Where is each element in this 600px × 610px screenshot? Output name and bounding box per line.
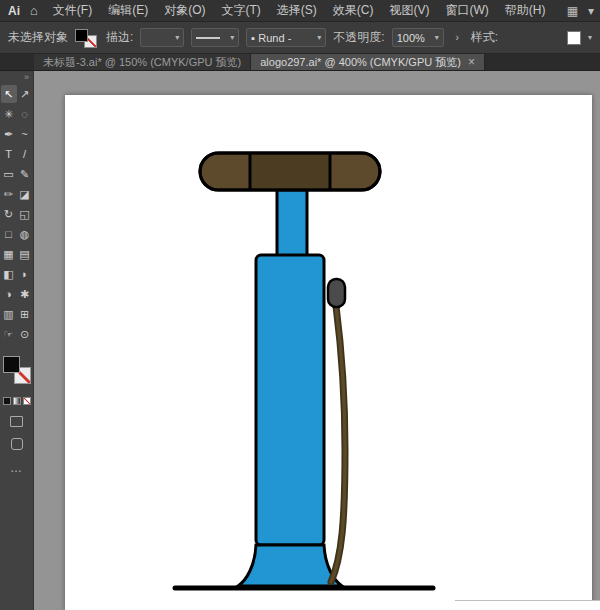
menu-items: 文件(F)编辑(E)对象(O)文字(T)选择(S)效果(C)视图(V)窗口(W)…: [46, 0, 553, 21]
line-segment-tool[interactable]: /: [17, 145, 33, 163]
stroke-label: 描边:: [106, 29, 133, 46]
illustrator-window: Ai ⌂ 文件(F)编辑(E)对象(O)文字(T)选择(S)效果(C)视图(V)…: [0, 0, 600, 610]
app-logo-icon[interactable]: Ai: [6, 4, 22, 18]
brush-value: Rund -: [258, 32, 291, 44]
stroke-weight-select[interactable]: ▾: [140, 28, 184, 47]
pump-illustration[interactable]: [65, 95, 592, 610]
rectangle-tool[interactable]: ▭: [1, 165, 17, 183]
stroke-profile-select[interactable]: ▾: [191, 28, 239, 47]
menu-effect[interactable]: 效果(C): [326, 0, 381, 21]
mesh-tool[interactable]: ▤: [17, 245, 33, 263]
artboard[interactable]: [65, 95, 592, 610]
tab-close-icon[interactable]: ×: [468, 56, 475, 68]
document-tab-2[interactable]: alogo297.ai* @ 400% (CMYK/GPU 预览)×: [251, 54, 485, 70]
menu-file[interactable]: 文件(F): [46, 0, 99, 21]
curvature-tool[interactable]: ~: [17, 125, 33, 143]
menubar-chevron-icon[interactable]: ▾: [588, 4, 594, 18]
perspective-grid-tool[interactable]: ▦: [1, 245, 17, 263]
pump-nozzle[interactable]: [328, 279, 345, 307]
screen-mode-button[interactable]: [11, 438, 23, 450]
chevron-down-icon: ▾: [317, 33, 321, 42]
document-tab-bar: 未标题-3.ai* @ 150% (CMYK/GPU 预览)alogo297.a…: [0, 54, 600, 71]
direct-selection-tool[interactable]: ↗: [17, 85, 33, 103]
eraser-tool[interactable]: ◪: [17, 185, 33, 203]
stroke-profile-preview: [196, 37, 220, 39]
shape-builder-tool[interactable]: ◍: [17, 225, 33, 243]
drawing-mode-button[interactable]: [10, 416, 23, 427]
home-icon[interactable]: ⌂: [30, 3, 38, 18]
opacity-label: 不透明度:: [333, 29, 384, 46]
menu-type[interactable]: 文字(T): [215, 0, 268, 21]
tab-label: 未标题-3.ai* @ 150% (CMYK/GPU 预览): [43, 55, 241, 70]
pen-tool[interactable]: ✒: [1, 125, 17, 143]
type-tool[interactable]: T: [1, 145, 17, 163]
document-tab-1[interactable]: 未标题-3.ai* @ 150% (CMYK/GPU 预览): [34, 54, 251, 70]
chevron-down-icon: ▾: [175, 33, 179, 42]
lasso-tool[interactable]: ◌: [17, 105, 33, 123]
symbol-sprayer-tool[interactable]: ✱: [17, 285, 33, 303]
menu-object[interactable]: 对象(O): [157, 0, 212, 21]
fill-stroke-control[interactable]: [2, 356, 32, 388]
opacity-value: 100%: [397, 32, 425, 44]
fill-stroke-indicator[interactable]: [75, 27, 99, 49]
artboard-tool[interactable]: ⊞: [17, 305, 33, 323]
lower-artboard-edge: [455, 600, 600, 610]
menu-view[interactable]: 视图(V): [383, 0, 437, 21]
chevron-down-icon: ▾: [588, 33, 592, 42]
free-transform-tool[interactable]: □: [1, 225, 17, 243]
blend-tool[interactable]: ◑: [1, 285, 17, 303]
menu-help[interactable]: 帮助(H): [498, 0, 553, 21]
opacity-panel-arrow[interactable]: ›: [451, 28, 464, 47]
color-mode-buttons: [3, 397, 31, 405]
zoom-tool[interactable]: ⊙: [17, 325, 33, 343]
pencil-tool[interactable]: ✏: [1, 185, 17, 203]
fill-swatch[interactable]: [75, 29, 88, 42]
edit-toolbar-icon[interactable]: …: [10, 461, 23, 475]
column-graph-tool[interactable]: ▥: [1, 305, 17, 323]
color-button[interactable]: [3, 397, 11, 405]
brush-select[interactable]: ▪ Rund - ▾: [246, 28, 326, 47]
pump-neck[interactable]: [277, 187, 307, 259]
tab-label: alogo297.ai* @ 400% (CMYK/GPU 预览): [260, 55, 461, 70]
style-label: 样式:: [471, 29, 498, 46]
eyedropper-tool[interactable]: ◗: [17, 265, 33, 283]
pump-base[interactable]: [238, 545, 342, 586]
tools-panel: » ↖↗✳◌✒~T/▭✎✏◪↻◱□◍▦▤◧◗◑✱▥⊞☞⊙ …: [0, 71, 34, 610]
none-button[interactable]: [23, 397, 31, 405]
chevron-down-icon: ▾: [230, 33, 234, 42]
menu-bar: Ai ⌂ 文件(F)编辑(E)对象(O)文字(T)选择(S)效果(C)视图(V)…: [0, 0, 600, 22]
magic-wand-tool[interactable]: ✳: [1, 105, 17, 123]
gradient-button[interactable]: [13, 397, 21, 405]
canvas-area[interactable]: [34, 71, 600, 610]
opacity-select[interactable]: 100% ▾: [392, 28, 444, 47]
chevron-down-icon: ▾: [435, 33, 439, 42]
rotate-tool[interactable]: ↻: [1, 205, 17, 223]
workspace-switcher-icon[interactable]: ▦: [567, 4, 578, 18]
pump-handle-grip[interactable]: [250, 155, 330, 188]
hand-tool[interactable]: ☞: [1, 325, 17, 343]
selection-tool[interactable]: ↖: [1, 85, 17, 103]
fill-color-swatch[interactable]: [3, 356, 20, 373]
paintbrush-tool[interactable]: ✎: [17, 165, 33, 183]
pump-body[interactable]: [256, 255, 324, 545]
scale-tool[interactable]: ◱: [17, 205, 33, 223]
style-swatch[interactable]: [567, 31, 581, 45]
menu-window[interactable]: 窗口(W): [439, 0, 496, 21]
brush-preview-icon: ▪: [251, 32, 255, 44]
tools-grid: ↖↗✳◌✒~T/▭✎✏◪↻◱□◍▦▤◧◗◑✱▥⊞☞⊙: [1, 84, 33, 344]
style-dropdown[interactable]: ▾: [567, 31, 592, 45]
menu-select[interactable]: 选择(S): [270, 0, 324, 21]
control-bar: 未选择对象 描边: ▾ ▾ ▪ Rund - ▾ 不透明度: 100% ▾ › …: [0, 22, 600, 54]
menu-edit[interactable]: 编辑(E): [101, 0, 155, 21]
workspace: » ↖↗✳◌✒~T/▭✎✏◪↻◱□◍▦▤◧◗◑✱▥⊞☞⊙ …: [0, 71, 600, 610]
gradient-tool[interactable]: ◧: [1, 265, 17, 283]
toolbar-collapse-icon[interactable]: »: [20, 71, 33, 84]
selection-status-label: 未选择对象: [8, 29, 68, 46]
